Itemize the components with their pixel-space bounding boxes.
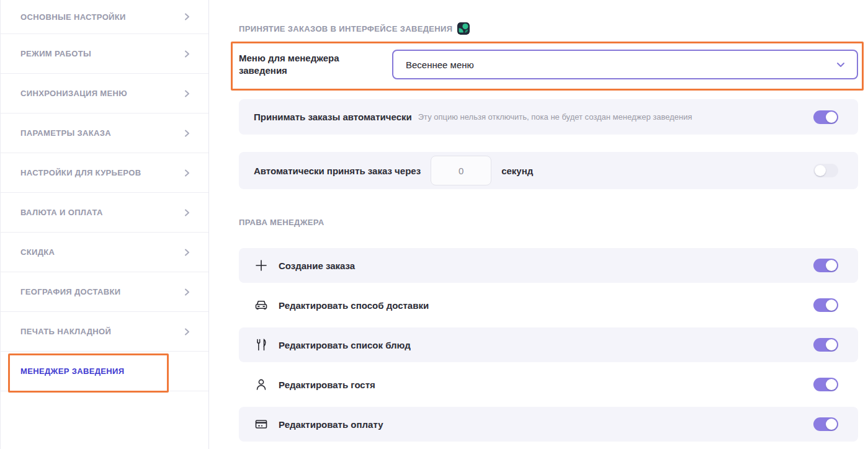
sidebar-item-currency-payment[interactable]: ВАЛЮТА И ОПЛАТА (1, 193, 208, 233)
delay-seconds-input[interactable] (431, 156, 491, 185)
delivery-car-icon (254, 298, 269, 313)
right-toggle-edit-delivery[interactable] (813, 298, 838, 312)
chevron-right-icon (182, 208, 191, 217)
sidebar-item-label: МЕНЕДЖЕР ЗАВЕДЕНИЯ (20, 367, 124, 376)
right-toggle-create-order[interactable] (813, 259, 838, 272)
credit-card-icon (254, 417, 269, 432)
auto-accept-label: Принимать заказы автоматически (254, 112, 412, 122)
sidebar-item-invoice-print[interactable]: ПЕЧАТЬ НАКЛАДНОЙ (1, 312, 208, 352)
chevron-right-icon (182, 12, 191, 21)
right-label: Редактировать оплату (279, 419, 383, 430)
sidebar-item-label: ПЕЧАТЬ НАКЛАДНОЙ (20, 327, 111, 336)
sidebar-item-label: СКИДКА (20, 247, 55, 257)
chevron-right-icon (182, 129, 191, 138)
manager-menu-label: Меню для менеджера заведения (239, 52, 392, 78)
settings-page: ОСНОВНЫЕ НАСТРОЙКИ РЕЖИМ РАБОТЫ СИНХРОНИ… (0, 0, 868, 449)
auto-accept-toggle[interactable] (813, 110, 838, 124)
sidebar-item-discount[interactable]: СКИДКА (1, 233, 208, 272)
sidebar-item-label: ПАРАМЕТРЫ ЗАКАЗА (20, 128, 111, 138)
auto-delay-row: Автоматически принять заказ через секунд (239, 152, 858, 189)
sidebar-item-label: ВАЛЮТА И ОПЛАТА (20, 208, 103, 217)
sidebar-item-work-mode[interactable]: РЕЖИМ РАБОТЫ (1, 34, 208, 74)
right-row-edit-guest: Редактировать гостя (239, 367, 858, 402)
auto-accept-hint: Эту опцию нельзя отключить, пока не буде… (418, 112, 692, 122)
sidebar-item-menu-sync[interactable]: СИНХРОНИЗАЦИЯ МЕНЮ (1, 74, 208, 113)
right-label: Редактировать список блюд (279, 340, 411, 350)
brand-logo-icon (457, 22, 470, 35)
chevron-right-icon (182, 50, 191, 58)
chevron-right-icon (182, 327, 191, 336)
chevron-right-icon (182, 169, 191, 177)
right-label: Редактировать способ доставки (279, 300, 429, 311)
sidebar-item-venue-manager[interactable]: МЕНЕДЖЕР ЗАВЕДЕНИЯ (1, 352, 208, 391)
right-label: Создание заказа (279, 260, 355, 271)
auto-delay-unit: секунд (501, 166, 533, 176)
chevron-right-icon (182, 89, 191, 98)
settings-sidebar: ОСНОВНЫЕ НАСТРОЙКИ РЕЖИМ РАБОТЫ СИНХРОНИ… (0, 0, 209, 449)
manager-menu-row: Меню для менеджера заведения Весеннее ме… (239, 50, 858, 79)
rights-section-title-text: ПРАВА МЕНЕДЖЕРА (239, 218, 324, 227)
chevron-right-icon (182, 248, 191, 257)
right-row-edit-payment: Редактировать оплату (239, 407, 858, 442)
sidebar-item-delivery-geography[interactable]: ГЕОГРАФИЯ ДОСТАВКИ (1, 272, 208, 312)
sidebar-item-courier-settings[interactable]: НАСТРОЙКИ ДЛЯ КУРЬЕРОВ (1, 153, 208, 193)
sidebar-item-order-params[interactable]: ПАРАМЕТРЫ ЗАКАЗА (1, 113, 208, 153)
plus-icon (254, 258, 269, 273)
manager-rights-list: Создание заказа Редактировать способ дос… (239, 248, 858, 447)
sidebar-item-label: ГЕОГРАФИЯ ДОСТАВКИ (20, 287, 120, 296)
right-toggle-edit-payment[interactable] (813, 417, 838, 431)
person-icon (254, 377, 269, 392)
manager-menu-select[interactable]: Весеннее меню (392, 50, 858, 79)
orders-section-title-text: ПРИНЯТИЕ ЗАКАЗОВ В ИНТЕРФЕЙСЕ ЗАВЕДЕНИЯ (239, 24, 452, 33)
cutlery-icon (254, 337, 269, 352)
orders-section-title: ПРИНЯТИЕ ЗАКАЗОВ В ИНТЕРФЕЙСЕ ЗАВЕДЕНИЯ (239, 22, 470, 35)
chevron-down-icon (836, 60, 846, 69)
right-toggle-edit-guest[interactable] (813, 378, 838, 391)
right-toggle-edit-dishes[interactable] (813, 338, 838, 352)
right-row-create-order: Создание заказа (239, 248, 858, 283)
right-row-edit-dishes: Редактировать список блюд (239, 327, 858, 362)
manager-menu-selected-value: Весеннее меню (406, 60, 474, 70)
auto-delay-toggle[interactable] (813, 164, 838, 177)
auto-delay-label: Автоматически принять заказ через (254, 166, 421, 176)
sidebar-item-basic-settings[interactable]: ОСНОВНЫЕ НАСТРОЙКИ (1, 0, 208, 34)
right-label: Редактировать гостя (279, 380, 375, 390)
sidebar-item-label: ОСНОВНЫЕ НАСТРОЙКИ (20, 12, 126, 22)
sidebar-item-label: РЕЖИМ РАБОТЫ (20, 49, 91, 58)
sidebar-item-label: НАСТРОЙКИ ДЛЯ КУРЬЕРОВ (20, 168, 141, 177)
right-row-edit-delivery: Редактировать способ доставки (239, 288, 858, 322)
rights-section-title: ПРАВА МЕНЕДЖЕРА (239, 218, 324, 227)
auto-accept-row: Принимать заказы автоматически Эту опцию… (239, 99, 858, 135)
settings-content: ПРИНЯТИЕ ЗАКАЗОВ В ИНТЕРФЕЙСЕ ЗАВЕДЕНИЯ … (239, 0, 858, 449)
chevron-right-icon (182, 288, 191, 296)
sidebar-item-label: СИНХРОНИЗАЦИЯ МЕНЮ (20, 89, 127, 98)
